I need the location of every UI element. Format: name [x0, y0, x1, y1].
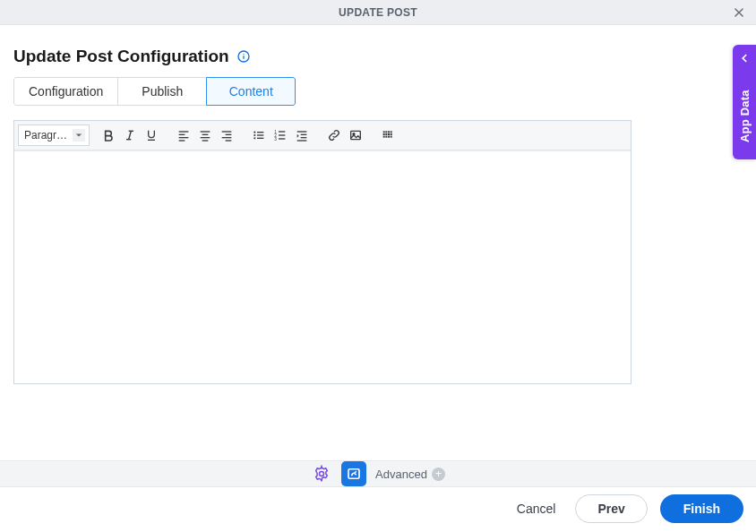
align-right-icon[interactable]	[217, 125, 236, 145]
svg-rect-50	[391, 136, 392, 138]
numbered-list-icon[interactable]: 123	[271, 125, 290, 145]
tabs: Configuration Publish Content	[13, 77, 296, 106]
prev-button[interactable]: Prev	[575, 494, 647, 523]
svg-line-7	[129, 131, 132, 139]
content-area: Update Post Configuration Configuration …	[0, 25, 756, 384]
svg-rect-32	[279, 138, 285, 139]
svg-rect-24	[257, 132, 263, 133]
chevron-left-icon	[738, 52, 751, 64]
align-center-icon[interactable]	[195, 125, 215, 145]
plus-icon: +	[432, 468, 445, 481]
page-heading: Update Post Configuration	[13, 47, 743, 66]
svg-rect-42	[391, 131, 392, 133]
finish-button[interactable]: Finish	[660, 494, 743, 523]
table-icon[interactable]	[378, 125, 398, 145]
svg-rect-48	[385, 136, 387, 138]
svg-rect-45	[388, 133, 390, 135]
svg-point-23	[253, 137, 255, 139]
close-icon[interactable]	[729, 3, 749, 22]
tab-publish[interactable]: Publish	[117, 77, 207, 106]
svg-rect-30	[279, 131, 285, 132]
chevron-down-icon	[73, 129, 85, 142]
footer: Cancel Prev Finish	[0, 489, 756, 528]
align-left-icon[interactable]	[174, 125, 193, 145]
toolbar-group-align	[170, 125, 240, 145]
app-data-drawer-label: App Data	[738, 64, 752, 159]
svg-text:3: 3	[274, 137, 277, 142]
gear-icon[interactable]	[311, 463, 332, 485]
bottom-bar: Advanced +	[0, 460, 756, 487]
toolbar-group-insert	[321, 125, 369, 145]
svg-rect-26	[257, 138, 263, 139]
indent-icon[interactable]	[292, 125, 312, 145]
svg-point-22	[253, 134, 255, 136]
app-data-drawer-tab[interactable]: App Data	[733, 45, 756, 159]
advanced-toggle[interactable]: Advanced +	[375, 468, 445, 481]
svg-rect-44	[385, 133, 387, 135]
svg-rect-49	[388, 136, 390, 138]
svg-rect-41	[388, 131, 390, 133]
page-title: Update Post Configuration	[13, 47, 229, 66]
svg-rect-25	[257, 134, 263, 135]
svg-point-4	[243, 54, 244, 55]
svg-rect-39	[383, 131, 385, 133]
editor-toolbar: Paragra...	[14, 121, 631, 150]
cancel-button[interactable]: Cancel	[510, 496, 563, 521]
bold-icon[interactable]	[99, 125, 118, 145]
link-icon[interactable]	[324, 125, 344, 145]
format-select-label: Paragra...	[24, 129, 69, 142]
tab-content[interactable]: Content	[206, 77, 296, 106]
format-select[interactable]: Paragra...	[18, 124, 90, 146]
image-icon[interactable]	[346, 125, 365, 145]
bullet-list-icon[interactable]	[249, 125, 269, 145]
rich-text-editor: Paragra...	[13, 120, 631, 384]
titlebar-title: UPDATE POST	[339, 6, 417, 19]
svg-rect-46	[391, 133, 392, 135]
editor-textarea[interactable]	[14, 150, 631, 383]
svg-rect-31	[279, 134, 285, 135]
svg-rect-37	[351, 131, 361, 139]
svg-point-21	[253, 132, 255, 133]
svg-rect-43	[383, 133, 385, 135]
debug-icon[interactable]	[341, 461, 366, 486]
svg-rect-47	[383, 136, 385, 138]
svg-point-51	[320, 472, 324, 476]
underline-icon[interactable]	[142, 125, 161, 145]
advanced-label: Advanced	[375, 468, 427, 481]
italic-icon[interactable]	[120, 125, 140, 145]
tab-configuration[interactable]: Configuration	[13, 77, 118, 106]
toolbar-group-text	[95, 125, 165, 145]
toolbar-group-table	[374, 125, 401, 145]
toolbar-group-list: 123	[245, 125, 315, 145]
titlebar: UPDATE POST	[0, 0, 756, 25]
svg-rect-40	[385, 131, 387, 133]
info-icon[interactable]	[236, 49, 251, 64]
